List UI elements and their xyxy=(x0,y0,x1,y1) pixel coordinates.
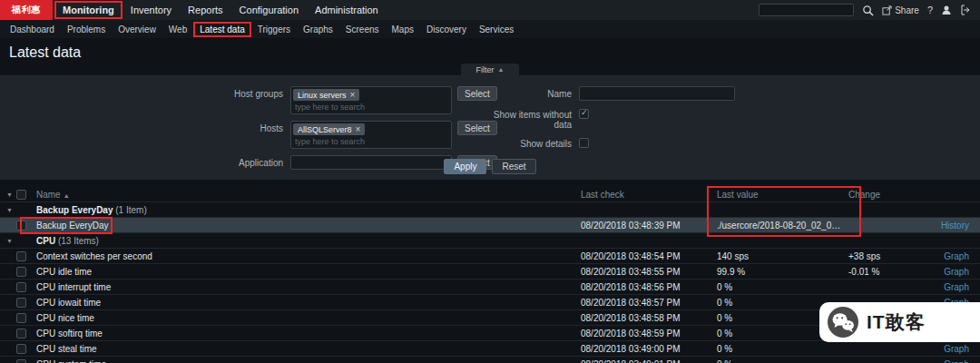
search-icon[interactable] xyxy=(862,5,874,16)
table-row: CPU idle time08/20/2018 03:48:55 PM99.9 … xyxy=(0,264,980,280)
apply-button[interactable]: Apply xyxy=(444,159,486,174)
group-title: CPU (13 Items) xyxy=(36,236,980,246)
hosts-search-placeholder[interactable]: type here to search xyxy=(293,135,449,146)
host-groups-multiselect[interactable]: Linux servers× type here to search xyxy=(290,86,452,114)
collapse-all-icon[interactable]: ▼ xyxy=(0,191,16,198)
item-name[interactable]: CPU iowait time xyxy=(36,298,581,308)
filter-buttons: Apply Reset xyxy=(0,159,980,174)
graph-link[interactable]: Graph xyxy=(939,344,980,354)
host-chip[interactable]: AllSQLServer8× xyxy=(293,123,365,135)
graph-link[interactable]: Graph xyxy=(939,251,980,261)
subnav-dashboard[interactable]: Dashboard xyxy=(4,22,61,37)
show-details-checkbox[interactable] xyxy=(579,138,589,148)
column-last-check[interactable]: Last check xyxy=(581,190,717,200)
show-details-label: Show details xyxy=(488,136,579,149)
history-link[interactable]: History xyxy=(939,221,980,231)
host-groups-search-placeholder[interactable]: type here to search xyxy=(293,101,449,112)
last-check: 08/20/2018 03:48:54 PM xyxy=(581,251,717,261)
filter-right-column: Name Show items without data Show detail… xyxy=(488,86,735,155)
graph-link[interactable]: Graph xyxy=(939,267,980,277)
group-row: ▼Backup EveryDay (1 Item) xyxy=(0,202,980,218)
nav-administration[interactable]: Administration xyxy=(307,1,387,19)
signout-icon[interactable] xyxy=(960,5,971,15)
last-value: 0 % xyxy=(717,344,848,354)
nav-reports[interactable]: Reports xyxy=(180,1,231,19)
last-value: ./usercore/2018-08-20_02_00_01.tar ./act… xyxy=(717,221,848,231)
column-change[interactable]: Change xyxy=(848,190,939,200)
hosts-multiselect[interactable]: AllSQLServer8× type here to search xyxy=(290,121,452,149)
column-name[interactable]: Name xyxy=(36,190,61,200)
subnav-web[interactable]: Web xyxy=(162,22,193,37)
graph-link[interactable]: Graph xyxy=(939,359,980,363)
subnav-discovery[interactable]: Discovery xyxy=(420,22,473,37)
last-check: 08/20/2018 03:48:57 PM xyxy=(581,298,717,308)
share-label: Share xyxy=(895,5,919,15)
subnav-latest-data[interactable]: Latest data xyxy=(193,22,250,37)
row-checkbox[interactable] xyxy=(16,359,26,363)
row-checkbox[interactable] xyxy=(16,221,26,231)
subnav-graphs[interactable]: Graphs xyxy=(297,22,339,37)
chip-label: Linux servers xyxy=(298,91,347,100)
subnav-screens[interactable]: Screens xyxy=(339,22,386,37)
main-nav: MonitoringInventoryReportsConfigurationA… xyxy=(54,0,387,20)
item-name[interactable]: CPU interrupt time xyxy=(36,282,581,292)
item-name[interactable]: CPU system time xyxy=(36,359,581,363)
group-count: (1 Item) xyxy=(115,205,146,215)
last-check: 08/20/2018 03:48:58 PM xyxy=(581,313,717,323)
chip-label: AllSQLServer8 xyxy=(298,125,352,134)
user-profile-icon[interactable] xyxy=(941,5,952,15)
item-name[interactable]: Backup EveryDay xyxy=(36,221,581,231)
watermark-badge: IT敢客 xyxy=(819,302,980,342)
host-group-chip[interactable]: Linux servers× xyxy=(293,89,359,101)
last-check: 08/20/2018 03:48:55 PM xyxy=(581,267,717,277)
row-checkbox[interactable] xyxy=(16,282,26,292)
chip-remove-icon[interactable]: × xyxy=(350,90,356,100)
row-checkbox[interactable] xyxy=(16,313,26,323)
subnav-triggers[interactable]: Triggers xyxy=(251,22,297,37)
chip-remove-icon[interactable]: × xyxy=(356,124,361,134)
item-name[interactable]: CPU softirq time xyxy=(36,329,581,338)
select-all-checkbox[interactable] xyxy=(16,190,26,200)
last-check: 08/20/2018 03:48:39 PM xyxy=(581,221,717,231)
last-value: 140 sps xyxy=(717,251,848,261)
subnav-problems[interactable]: Problems xyxy=(61,22,112,37)
share-button[interactable]: Share xyxy=(882,5,919,15)
global-search-input[interactable] xyxy=(759,4,854,16)
graph-link[interactable]: Graph xyxy=(939,282,980,292)
item-name[interactable]: CPU nice time xyxy=(36,313,581,323)
hosts-label: Hosts xyxy=(0,121,290,133)
item-name[interactable]: CPU idle time xyxy=(36,267,581,277)
wechat-icon xyxy=(828,307,858,338)
subnav-maps[interactable]: Maps xyxy=(386,22,420,37)
page-title-bar: Latest data xyxy=(0,38,980,64)
topbar-right: Share ? xyxy=(759,4,980,16)
help-button[interactable]: ? xyxy=(927,5,933,15)
row-checkbox[interactable] xyxy=(16,267,26,277)
last-value: 0 % xyxy=(717,282,848,292)
item-name[interactable]: Context switches per second xyxy=(36,251,581,261)
subnav-services[interactable]: Services xyxy=(473,22,520,37)
subnav-overview[interactable]: Overview xyxy=(112,22,162,37)
nav-monitoring[interactable]: Monitoring xyxy=(54,1,122,19)
last-check: 08/20/2018 03:49:01 PM xyxy=(581,359,717,363)
row-checkbox[interactable] xyxy=(16,251,26,261)
show-items-checkbox[interactable] xyxy=(579,109,589,119)
reset-button[interactable]: Reset xyxy=(492,159,535,174)
collapse-icon[interactable]: ▼ xyxy=(0,207,16,213)
row-checkbox[interactable] xyxy=(16,298,26,308)
name-filter-input[interactable] xyxy=(579,86,735,101)
collapse-icon[interactable]: ▼ xyxy=(0,238,16,244)
item-name[interactable]: CPU steal time xyxy=(36,344,581,354)
app-logo[interactable]: 福利惠 xyxy=(0,0,53,20)
filter-tab-label: Filter xyxy=(476,65,495,74)
filter-collapse-icon: ▲ xyxy=(498,66,505,73)
table-row: CPU system time08/20/2018 03:49:01 PM0 %… xyxy=(0,357,980,363)
column-last-value[interactable]: Last value xyxy=(717,190,848,200)
last-value: 99.9 % xyxy=(717,267,848,277)
filter-toggle-tab[interactable]: Filter ▲ xyxy=(461,64,519,75)
row-checkbox[interactable] xyxy=(16,329,26,338)
row-checkbox[interactable] xyxy=(16,344,26,354)
nav-configuration[interactable]: Configuration xyxy=(231,1,307,19)
change-value: -0.01 % xyxy=(848,267,939,277)
nav-inventory[interactable]: Inventory xyxy=(122,1,180,19)
